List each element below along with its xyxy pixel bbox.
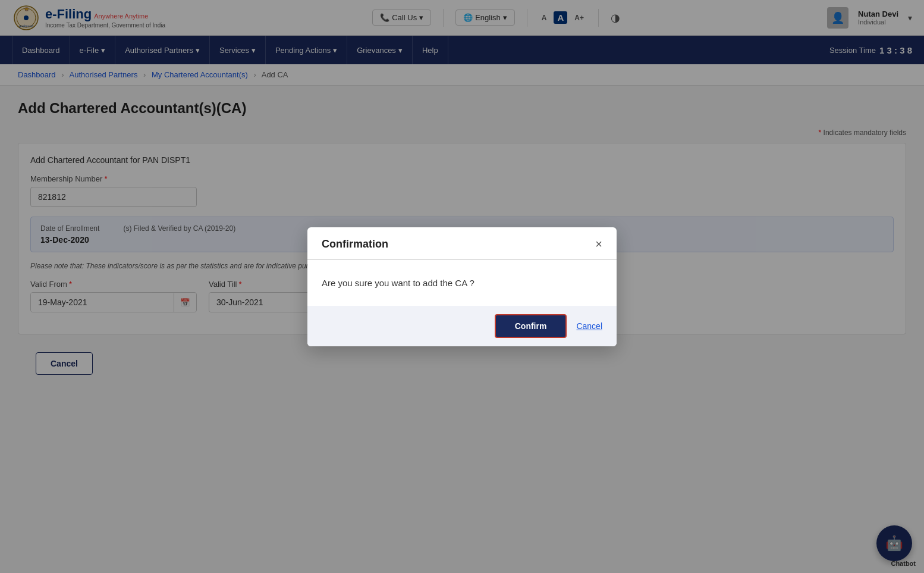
modal-message: Are you sure you want to add the CA ? [322, 278, 602, 288]
modal-close-button[interactable]: × [595, 238, 602, 250]
modal-header: Confirmation × [307, 227, 617, 259]
confirm-button[interactable]: Confirm [495, 314, 567, 338]
confirmation-modal: Confirmation × Are you sure you want to … [307, 227, 617, 346]
modal-body: Are you sure you want to add the CA ? [307, 260, 617, 306]
modal-cancel-button[interactable]: Cancel [576, 321, 602, 331]
modal-title: Confirmation [322, 238, 388, 251]
modal-footer: Confirm Cancel [307, 306, 617, 346]
modal-overlay[interactable]: Confirmation × Are you sure you want to … [0, 0, 924, 395]
